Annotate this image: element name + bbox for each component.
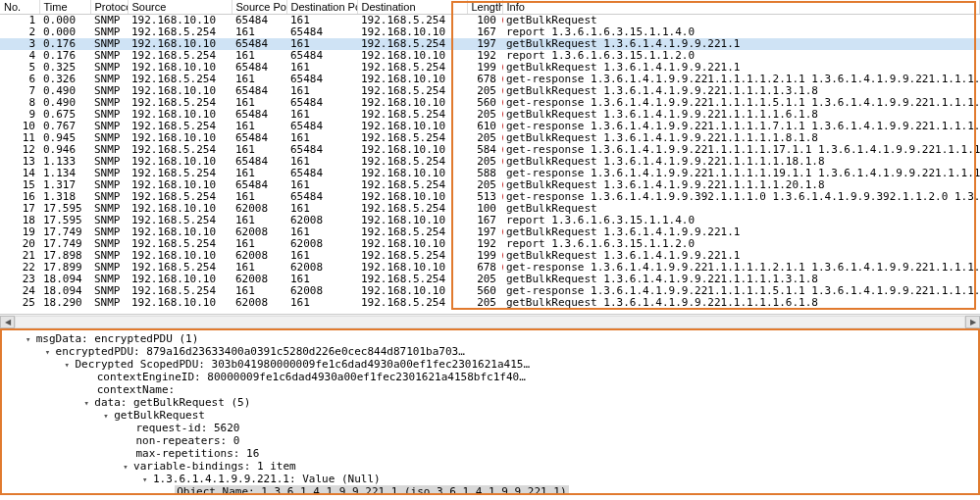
cell-col-len: 205: [467, 85, 502, 97]
table-row[interactable]: 70.490SNMP192.168.10.1065484161192.168.5…: [0, 85, 980, 97]
cell-col-proto: SNMP: [90, 132, 128, 144]
col-len[interactable]: Length: [467, 0, 502, 15]
info-text: getBulkRequest: [506, 15, 597, 26]
cell-col-no: 14: [0, 168, 39, 179]
table-row[interactable]: 2418.094SNMP192.168.5.25416162008192.168…: [0, 285, 980, 297]
cell-info: 2get-response 1.3.6.1.4.1.9.9.221.1.1.1.…: [502, 97, 980, 109]
cell-col-proto: SNMP: [90, 203, 128, 215]
table-row[interactable]: 151.317SNMP192.168.10.1065484161192.168.…: [0, 179, 980, 191]
detail-line[interactable]: request-id: 5620: [6, 422, 974, 434]
packet-detail-pane[interactable]: msgData: encryptedPDU (1) encryptedPDU: …: [0, 328, 980, 495]
detail-line[interactable]: variable-bindings: 1 item: [6, 460, 974, 473]
table-row[interactable]: 30.176SNMP192.168.10.1065484161192.168.5…: [0, 38, 980, 50]
table-row[interactable]: 50.325SNMP192.168.10.1065484161192.168.5…: [0, 62, 980, 74]
cell-col-dst: 192.168.5.254: [357, 109, 467, 121]
cell-col-dport: 161: [286, 109, 357, 121]
tree-toggle-icon[interactable]: [123, 460, 133, 473]
expert-badge-icon: 1: [502, 226, 503, 237]
scroll-right-arrow-icon[interactable]: ▶: [965, 316, 980, 328]
col-src[interactable]: Source: [128, 0, 232, 15]
table-row[interactable]: 2518.290SNMP192.168.10.1062008161192.168…: [0, 297, 980, 309]
tree-toggle-icon[interactable]: [142, 473, 153, 485]
col-info[interactable]: Info: [502, 0, 980, 15]
cell-col-len: 560: [467, 97, 502, 109]
table-row[interactable]: 141.134SNMP192.168.5.25416165484192.168.…: [0, 168, 980, 179]
expert-badge-icon: 1: [502, 179, 503, 190]
detail-text: data: getBulkRequest (5): [94, 396, 250, 409]
cell-info: getBulkRequest 1.3.6.1.4.1.9.9.221.1: [502, 38, 980, 50]
detail-line[interactable]: max-repetitions: 16: [6, 447, 974, 460]
cell-col-proto: SNMP: [90, 85, 128, 97]
cell-col-time: 0.675: [39, 109, 90, 121]
table-row[interactable]: 1717.595SNMP192.168.10.1062008161192.168…: [0, 203, 980, 215]
cell-col-dport: 65484: [286, 144, 357, 156]
detail-line[interactable]: contextName:: [6, 383, 974, 396]
cell-col-dport: 65484: [286, 74, 357, 85]
col-no[interactable]: No.: [0, 0, 39, 15]
expert-badge-icon: 1: [502, 250, 503, 261]
detail-line[interactable]: non-repeaters: 0: [6, 434, 974, 447]
scroll-left-arrow-icon[interactable]: ◀: [0, 316, 15, 328]
info-text: getBulkRequest 1.3.6.1.4.1.9.9.221.1: [506, 250, 740, 262]
scroll-track[interactable]: [15, 316, 965, 328]
table-row[interactable]: 131.133SNMP192.168.10.1065484161192.168.…: [0, 156, 980, 168]
table-row[interactable]: 60.326SNMP192.168.5.25416165484192.168.1…: [0, 74, 980, 85]
detail-line[interactable]: data: getBulkRequest (5): [6, 396, 974, 409]
table-row[interactable]: 161.318SNMP192.168.5.25416165484192.168.…: [0, 191, 980, 203]
cell-col-dport: 161: [286, 226, 357, 238]
col-dst[interactable]: Destination: [357, 0, 467, 15]
cell-col-dst: 192.168.5.254: [357, 156, 467, 168]
cell-col-proto: SNMP: [90, 215, 128, 226]
table-row[interactable]: 100.767SNMP192.168.5.25416165484192.168.…: [0, 121, 980, 132]
packet-table[interactable]: No. Time Protocol Source Source Port Des…: [0, 0, 980, 309]
detail-line[interactable]: Decrypted ScopedPDU: 303b041980000009fe1…: [6, 358, 974, 371]
tree-toggle-icon[interactable]: [65, 358, 76, 371]
table-row[interactable]: 1917.749SNMP192.168.10.1062008161192.168…: [0, 226, 980, 238]
detail-line[interactable]: msgData: encryptedPDU (1): [6, 332, 974, 345]
table-row[interactable]: 80.490SNMP192.168.5.25416165484192.168.1…: [0, 97, 980, 109]
table-row[interactable]: 2318.094SNMP192.168.10.1062008161192.168…: [0, 274, 980, 285]
table-row[interactable]: 110.945SNMP192.168.10.1065484161192.168.…: [0, 132, 980, 144]
cell-info: 1getBulkRequest 1.3.6.1.4.1.9.9.221.1.1.…: [502, 179, 980, 191]
col-time[interactable]: Time: [39, 0, 90, 15]
table-row[interactable]: 40.176SNMP192.168.5.25416165484192.168.1…: [0, 50, 980, 62]
detail-line[interactable]: Object Name: 1.3.6.1.4.1.9.9.221.1 (iso.…: [6, 485, 974, 495]
cell-info: 1getBulkRequest 1.3.6.1.4.1.9.9.221.1.1.…: [502, 109, 980, 121]
table-row[interactable]: 90.675SNMP192.168.10.1065484161192.168.5…: [0, 109, 980, 121]
horizontal-scrollbar[interactable]: ◀ ▶: [0, 314, 980, 328]
tree-toggle-icon[interactable]: [45, 345, 56, 358]
table-row[interactable]: 2117.898SNMP192.168.10.1062008161192.168…: [0, 250, 980, 262]
col-dport[interactable]: Destination Port: [286, 0, 357, 15]
detail-line[interactable]: getBulkRequest: [6, 409, 974, 422]
cell-col-len: 205: [467, 179, 502, 191]
cell-col-dport: 65484: [286, 121, 357, 132]
tree-toggle-icon[interactable]: [26, 332, 36, 345]
cell-col-time: 17.749: [39, 238, 90, 250]
cell-col-no: 3: [0, 38, 39, 50]
detail-text: Object Name: 1.3.6.1.4.1.9.9.221.1 (iso.…: [175, 485, 568, 495]
col-sport[interactable]: Source Port: [232, 0, 286, 15]
detail-line[interactable]: contextEngineID: 80000009fe1c6dad4930a00…: [6, 371, 974, 383]
detail-line[interactable]: encryptedPDU: 879a16d23633400a0391c5280d…: [6, 345, 974, 358]
cell-col-sport: 161: [232, 97, 286, 109]
cell-col-proto: SNMP: [90, 15, 128, 27]
tree-toggle-icon[interactable]: [103, 409, 114, 422]
col-proto[interactable]: Protocol: [90, 0, 128, 15]
table-row[interactable]: 2017.749SNMP192.168.5.25416162008192.168…: [0, 238, 980, 250]
table-row[interactable]: 20.000SNMP192.168.5.25416165484192.168.1…: [0, 26, 980, 38]
table-row[interactable]: 1817.595SNMP192.168.5.25416162008192.168…: [0, 215, 980, 226]
table-row[interactable]: 10.000SNMP192.168.10.1065484161192.168.5…: [0, 15, 980, 27]
tree-toggle-icon[interactable]: [83, 396, 94, 409]
cell-col-time: 1.318: [39, 191, 90, 203]
table-header-row[interactable]: No. Time Protocol Source Source Port Des…: [0, 0, 980, 15]
detail-text: request-id: 5620: [135, 422, 239, 434]
packet-list-pane[interactable]: No. Time Protocol Source Source Port Des…: [0, 0, 980, 314]
cell-col-len: 197: [467, 226, 502, 238]
cell-col-src: 192.168.10.10: [128, 62, 232, 74]
detail-line[interactable]: 1.3.6.1.4.1.9.9.221.1: Value (Null): [6, 473, 974, 485]
cell-col-len: 513: [467, 191, 502, 203]
cell-col-sport: 161: [232, 215, 286, 226]
table-row[interactable]: 120.946SNMP192.168.5.25416165484192.168.…: [0, 144, 980, 156]
table-row[interactable]: 2217.899SNMP192.168.5.25416162008192.168…: [0, 262, 980, 274]
info-text: get-response 1.3.6.1.4.1.9.9.221.1.1.1.1…: [506, 144, 980, 156]
